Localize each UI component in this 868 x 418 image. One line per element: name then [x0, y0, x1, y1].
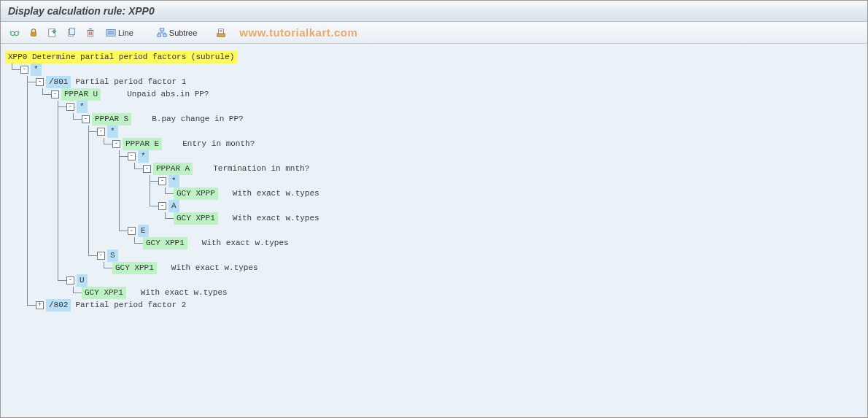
tree-node[interactable]: - * — [5, 63, 863, 76]
collapse-icon[interactable]: - — [66, 276, 74, 285]
tree-node[interactable]: - PPPAR S B.pay change in PP? — [5, 113, 863, 125]
subtree-button-label: Subtree — [169, 28, 198, 37]
tree-node[interactable]: - E — [5, 225, 863, 237]
tree-node[interactable]: - * — [5, 150, 863, 163]
tree-node[interactable]: + /802 Partial period factor 2 — [5, 299, 863, 311]
svg-rect-5 — [69, 28, 74, 34]
collapse-icon[interactable]: - — [36, 78, 44, 86]
tree-leaf[interactable]: GCY XPP1 With exact w.types — [5, 237, 863, 249]
expand-icon[interactable]: + — [36, 301, 44, 309]
tree-node[interactable]: - U — [5, 274, 863, 287]
tree-node[interactable]: - * — [5, 175, 863, 187]
create-icon[interactable] — [44, 26, 61, 40]
svg-rect-3 — [53, 29, 55, 33]
toolbar: Line Subtree www.tutorialkart.com — [1, 22, 867, 44]
svg-rect-11 — [217, 33, 225, 36]
tree-node[interactable]: - PPPAR A Termination in mnth? — [5, 163, 863, 175]
tree-leaf[interactable]: GCY XPPP With exact w.types — [5, 187, 863, 200]
tree-node[interactable]: - PPPAR U Unpaid abs.in PP? — [5, 88, 863, 101]
watermark-text: www.tutorialkart.com — [239, 26, 357, 39]
tree-leaf[interactable]: GCY XPP1 With exact w.types — [5, 287, 863, 299]
collapse-icon[interactable]: - — [51, 90, 59, 98]
lock-icon[interactable] — [26, 26, 42, 40]
collapse-icon[interactable]: - — [158, 202, 166, 210]
tree-leaf[interactable]: GCY XPP1 With exact w.types — [5, 212, 863, 225]
svg-rect-9 — [158, 34, 160, 36]
tree-leaf[interactable]: GCY XPP1 With exact w.types — [5, 262, 863, 274]
tree-node[interactable]: - S — [5, 249, 863, 262]
collapse-icon[interactable]: - — [97, 128, 105, 136]
line-button[interactable]: Line — [101, 26, 138, 40]
copy-icon[interactable] — [63, 26, 80, 40]
tree-node[interactable]: - A — [5, 200, 863, 212]
svg-rect-8 — [160, 28, 163, 31]
tree-node[interactable]: - * — [5, 101, 863, 113]
delete-icon[interactable] — [82, 26, 98, 40]
technical-icon[interactable] — [213, 26, 229, 40]
svg-rect-0 — [31, 32, 36, 36]
collapse-icon[interactable]: - — [128, 152, 136, 160]
collapse-icon[interactable]: - — [158, 177, 166, 185]
collapse-icon[interactable]: - — [20, 66, 28, 74]
glasses-icon[interactable] — [7, 26, 23, 40]
collapse-icon[interactable]: - — [66, 103, 74, 111]
collapse-icon[interactable]: - — [112, 140, 120, 148]
tree-root[interactable]: XPP0 Determine partial period factors (s… — [5, 51, 863, 63]
collapse-icon[interactable]: - — [82, 115, 90, 123]
collapse-icon[interactable]: - — [128, 227, 136, 235]
tree-node[interactable]: - * — [5, 125, 863, 138]
tree-node[interactable]: - /801 Partial period factor 1 — [5, 76, 863, 88]
collapse-icon[interactable]: - — [143, 165, 151, 173]
tree-content: XPP0 Determine partial period factors (s… — [1, 44, 867, 418]
collapse-icon[interactable]: - — [97, 252, 105, 260]
window-title: Display calculation rule: XPP0 — [1, 1, 867, 22]
tree-node[interactable]: - PPPAR E Entry in month? — [5, 138, 863, 150]
subtree-button[interactable]: Subtree — [152, 26, 202, 40]
line-button-label: Line — [118, 28, 133, 37]
svg-rect-10 — [163, 34, 166, 36]
